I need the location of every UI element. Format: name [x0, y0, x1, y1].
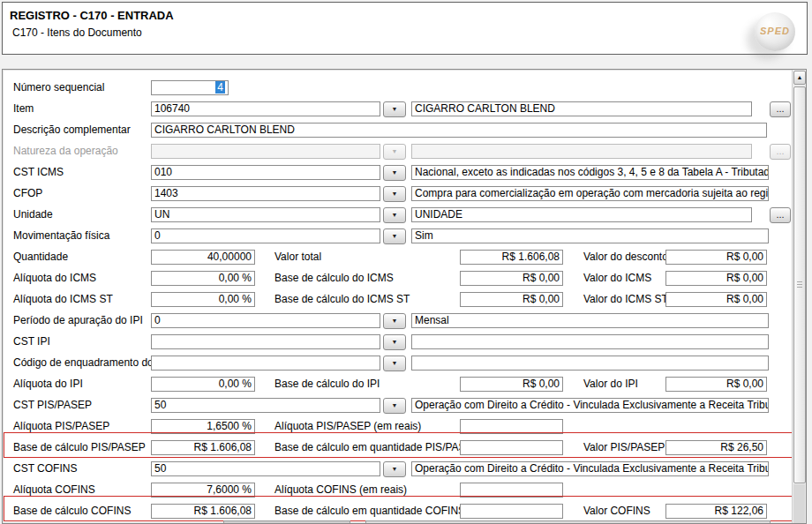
dropdown-button[interactable]: ▼ — [383, 334, 406, 350]
value-input[interactable]: R$ 0,00 — [665, 292, 767, 307]
page-title: REGISTRO - C170 - ENTRADA — [10, 9, 174, 22]
ellipsis-button[interactable]: ... — [770, 101, 791, 117]
description-field — [411, 144, 752, 159]
value-input[interactable]: R$ 1.606,08 — [151, 504, 255, 519]
code-input[interactable]: UN — [151, 207, 380, 222]
value-input[interactable]: 0,00 % — [151, 377, 255, 392]
code-input[interactable]: 0 — [151, 228, 380, 243]
description-field: Nacional, exceto as indicadas nos código… — [411, 165, 769, 180]
scrollbar-track[interactable] — [793, 484, 805, 523]
scroll-up-icon[interactable]: ▲ — [793, 71, 806, 85]
field-label: Base de cálculo COFINS — [13, 504, 131, 519]
field-label: Unidade — [13, 207, 53, 222]
value-input[interactable]: 0,00 % — [151, 271, 255, 286]
field-label: Base de cálculo em quantidade PIS/PASEP — [274, 440, 480, 455]
field-label: Alíquota COFINS (em reais) — [274, 483, 407, 498]
field-label: Valor total — [274, 250, 321, 265]
field-label: Valor do IPI — [583, 377, 638, 392]
value-input[interactable]: R$ 1.606,08 — [151, 440, 255, 455]
description-field: CIGARRO CARLTON BLEND — [411, 101, 752, 116]
dropdown-button[interactable]: ▼ — [383, 186, 406, 202]
code-input[interactable]: 50 — [151, 398, 380, 413]
field-label: CST PIS/PASEP — [13, 398, 92, 413]
code-input[interactable]: 1403 — [151, 186, 380, 201]
scrollbar-thumb[interactable] — [793, 86, 806, 483]
field-label: Alíquota do ICMS — [13, 271, 96, 286]
field-label: Item — [13, 101, 34, 116]
code-input[interactable]: 010 — [151, 165, 380, 180]
value-input[interactable]: R$ 26,50 — [665, 440, 767, 455]
chevron-down-icon: ▼ — [384, 229, 405, 243]
value-input[interactable]: 0,00 % — [151, 292, 255, 307]
ellipsis-button[interactable]: ... — [770, 207, 791, 223]
value-input[interactable]: 7,6000 % — [151, 483, 255, 498]
field-label: Valor do ICMS ST — [583, 292, 668, 307]
sequence-input[interactable]: 4 — [151, 80, 229, 95]
field-label: Base de cálculo em quantidade COFINS — [274, 504, 465, 519]
field-label: CFOP — [13, 186, 42, 201]
field-label: Alíquota COFINS — [13, 483, 95, 498]
dropdown-button[interactable]: ▼ — [383, 165, 406, 181]
field-label: CST IPI — [13, 334, 50, 349]
code-input[interactable] — [151, 356, 380, 371]
value-input[interactable]: R$ 122,06 — [665, 504, 767, 519]
code-input[interactable]: 0 — [151, 313, 380, 328]
field-label: Movimentação física — [13, 228, 109, 243]
ellipsis-button: ... — [770, 144, 791, 160]
dropdown-button[interactable]: ▼ — [383, 207, 406, 223]
chevron-down-icon: ▼ — [384, 208, 405, 222]
value-input[interactable]: R$ 1.606,08 — [460, 250, 563, 265]
code-input[interactable]: 106740 — [151, 101, 380, 116]
dropdown-button[interactable]: ▼ — [383, 313, 406, 329]
next-row-partial-field — [223, 520, 350, 524]
code-input[interactable]: 50 — [151, 461, 380, 476]
description-field: Operação com Direito a Crédito - Vincula… — [411, 398, 769, 413]
chevron-down-icon: ▼ — [384, 462, 405, 476]
field-label: Base de cálculo do ICMS — [274, 271, 394, 286]
field-label: Base de cálculo do ICMS ST — [274, 292, 410, 307]
value-input[interactable] — [460, 504, 563, 519]
value-input[interactable]: R$ 0,00 — [460, 271, 563, 286]
value-input[interactable]: R$ 0,00 — [460, 292, 563, 307]
description-field: Mensal — [411, 313, 769, 328]
vertical-scrollbar[interactable]: ▲ — [792, 70, 806, 523]
chevron-down-icon: ▼ — [384, 335, 405, 349]
selected-text: 4 — [215, 81, 225, 94]
app-window: REGISTRO - C170 - ENTRADA C170 - Itens d… — [0, 0, 812, 524]
next-row-partial-field — [365, 520, 771, 524]
code-input[interactable] — [151, 144, 380, 159]
page-subtitle: C170 - Itens do Documento — [12, 26, 142, 39]
value-input[interactable]: R$ 0,00 — [665, 250, 767, 265]
dropdown-button[interactable]: ▼ — [383, 101, 406, 117]
thumb-grip-icon — [797, 281, 802, 288]
field-label: Quantidade — [13, 250, 68, 265]
field-label: Descrição complementar — [13, 123, 131, 138]
field-label: Código de enquadramento do IPI — [13, 356, 169, 371]
value-input[interactable] — [460, 483, 563, 498]
description-field — [411, 356, 769, 371]
value-input[interactable]: R$ 0,00 — [665, 271, 767, 286]
text-input[interactable]: CIGARRO CARLTON BLEND — [151, 123, 767, 138]
value-input[interactable]: 1,6500 % — [151, 419, 255, 434]
code-input[interactable] — [151, 334, 380, 349]
field-label: Alíquota PIS/PASEP — [13, 419, 109, 434]
chevron-down-icon: ▼ — [384, 166, 405, 180]
value-input[interactable]: R$ 0,00 — [665, 377, 767, 392]
dropdown-button[interactable]: ▼ — [383, 356, 406, 371]
dropdown-button[interactable]: ▼ — [383, 228, 406, 244]
dropdown-button[interactable]: ▼ — [383, 398, 406, 414]
sped-logo-icon: SPED — [755, 12, 795, 51]
field-label: Período de apuração do IPI — [13, 313, 143, 328]
description-field — [411, 334, 769, 349]
value-input[interactable]: 40,00000 — [151, 250, 255, 265]
dropdown-button[interactable]: ▼ — [383, 461, 406, 477]
chevron-down-icon: ▼ — [384, 187, 405, 201]
field-label: Base de cálculo do IPI — [274, 377, 380, 392]
field-label: Alíquota do IPI — [13, 377, 83, 392]
field-label: Valor do ICMS — [583, 271, 651, 286]
value-input[interactable]: R$ 0,00 — [460, 377, 563, 392]
value-input[interactable] — [460, 419, 563, 434]
field-label: Alíquota PIS/PASEP (em reais) — [274, 419, 421, 434]
value-input[interactable] — [460, 440, 563, 455]
field-label: Alíquota do ICMS ST — [13, 292, 113, 307]
